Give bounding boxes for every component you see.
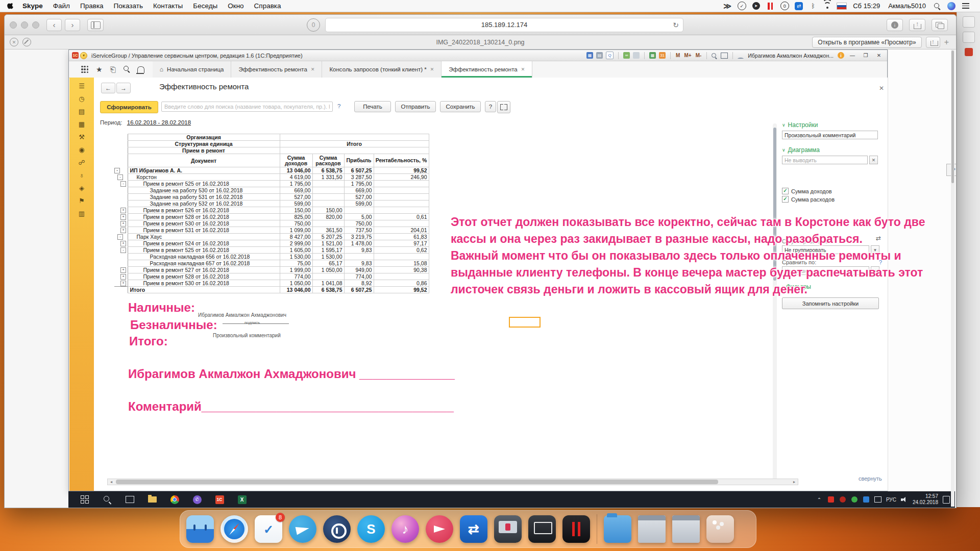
vertical-scrollbar[interactable]: [773, 123, 777, 481]
memory-m-button[interactable]: М: [676, 53, 680, 58]
dock-icon-folder[interactable]: [604, 515, 631, 543]
dock-icon-telegram[interactable]: [289, 515, 316, 543]
global-search-icon[interactable]: [124, 65, 130, 73]
page-scrollbar[interactable]: [951, 49, 954, 507]
viber-icon[interactable]: ✆: [186, 491, 208, 508]
teamviewer-icon[interactable]: ⇄: [794, 2, 804, 11]
section-icon-history[interactable]: ◷: [79, 95, 84, 102]
table-row[interactable]: +Прием в ремонт 530 от 16.02.2018750,007…: [114, 220, 429, 227]
link-icon[interactable]: ∞: [623, 52, 630, 59]
print-preview-icon[interactable]: Q: [606, 52, 614, 59]
dock-icon-tasks[interactable]: 8: [255, 515, 282, 543]
scale-icon[interactable]: [721, 53, 728, 59]
tray-blue-icon[interactable]: [863, 496, 870, 503]
ru-flag-icon[interactable]: [837, 2, 847, 11]
search-help-link[interactable]: ?: [337, 103, 340, 109]
collapse-icon[interactable]: -: [117, 174, 123, 180]
taskbar-clock[interactable]: 12:57 24.02.2018: [913, 493, 938, 506]
table-row[interactable]: Задание на работу 531 от 16.02.2018527,0…: [114, 194, 429, 201]
open-in-preview-button[interactable]: Открыть в программе «Просмотр»: [812, 37, 921, 48]
window-close-button[interactable]: [10, 21, 17, 29]
settings-section-title[interactable]: ∨Настройки: [782, 121, 882, 129]
tray-display-icon[interactable]: [874, 496, 881, 503]
collapse-icon[interactable]: -: [117, 234, 123, 240]
menu-item[interactable]: Файл: [53, 2, 70, 10]
expand-icon[interactable]: +: [120, 208, 126, 213]
expand-icon[interactable]: +: [120, 274, 126, 280]
memory-mplus-button[interactable]: М+: [684, 53, 691, 58]
calculator-icon[interactable]: ▦: [649, 52, 656, 59]
share-icon[interactable]: [909, 19, 925, 31]
print-icon[interactable]: ▤: [596, 52, 603, 59]
menubar-username[interactable]: Акмаль5010: [888, 2, 926, 10]
menu-item[interactable]: Беседы: [193, 2, 217, 10]
section-icon-reports[interactable]: ▥: [79, 210, 85, 217]
expand-icon[interactable]: +: [120, 221, 126, 227]
comment-input[interactable]: [782, 131, 878, 139]
dock-icon-safari[interactable]: [220, 515, 248, 543]
expand-icon[interactable]: +: [120, 228, 126, 233]
spotlight-icon[interactable]: [932, 2, 942, 11]
new-tab-icon[interactable]: +: [944, 38, 949, 47]
onepassword-icon[interactable]: 0: [779, 2, 790, 11]
onec-main-menu-icon[interactable]: ▼: [80, 52, 87, 59]
dock-icon-terminal[interactable]: [562, 515, 590, 543]
info-icon[interactable]: i: [838, 52, 844, 59]
section-icon-web[interactable]: ♁: [79, 172, 84, 179]
table-row[interactable]: -ИП Ибрагимов А. А.13 046,006 538,756 50…: [114, 167, 429, 174]
reload-icon[interactable]: ↻: [673, 21, 679, 29]
table-row[interactable]: +Прием в ремонт 524 от 16.02.20182 999,0…: [114, 240, 429, 247]
remember-settings-button[interactable]: Запомнить настройки: [782, 297, 879, 309]
dock-icon-window-preview-2[interactable]: [672, 515, 700, 543]
clock-check-icon[interactable]: ✓: [737, 2, 747, 11]
table-row[interactable]: Задание на работу 530 от 16.02.2018669,0…: [114, 187, 429, 194]
onec-tab[interactable]: Эффективность ремонта✕: [231, 61, 322, 78]
dock-icon-trash[interactable]: [706, 515, 734, 543]
section-icon-catalog[interactable]: ▦: [79, 121, 85, 128]
save-icon[interactable]: ▦: [586, 52, 593, 59]
language-indicator[interactable]: РУС: [886, 497, 896, 503]
tab-close-icon[interactable]: ✕: [311, 67, 315, 72]
period-value[interactable]: 16.02.2018 - 28.02.2018: [127, 119, 191, 126]
table-row[interactable]: Расходная накладная 657 от 16.02.201875,…: [114, 260, 429, 267]
onec-tab[interactable]: Эффективность ремонта✕: [442, 61, 532, 78]
window-zoom-button[interactable]: [32, 21, 39, 29]
notifications-bell-icon[interactable]: [137, 66, 144, 73]
nav-forward-button[interactable]: →: [116, 83, 131, 93]
menubar-clock[interactable]: Сб 15:29: [853, 2, 880, 10]
close-circle-icon[interactable]: ✕: [10, 38, 18, 46]
send-button[interactable]: Отправить: [395, 101, 436, 112]
table-row[interactable]: Итого13 046,006 538,756 507,2599,52: [114, 287, 429, 293]
nav-back-button[interactable]: ←: [101, 83, 115, 93]
table-row[interactable]: +Прием в ремонт 530 от 16.02.20181 050,0…: [114, 280, 429, 287]
menu-item[interactable]: Правка: [80, 2, 104, 10]
table-row[interactable]: +Прием в ремонт 527 от 16.02.20181 999,0…: [114, 267, 429, 273]
dock-icon-remote-desktop[interactable]: [528, 515, 556, 543]
tray-expand-icon[interactable]: ⌃: [816, 496, 823, 503]
page-share-icon[interactable]: [926, 37, 940, 48]
expand-icon[interactable]: +: [120, 214, 126, 220]
collapse-icon[interactable]: -: [120, 181, 126, 187]
collapse-icon[interactable]: -: [120, 247, 126, 253]
menu-item[interactable]: Окно: [228, 2, 243, 10]
table-row[interactable]: -Прием в ремонт 525 от 16.02.20181 795,0…: [114, 181, 429, 187]
tray-red-icon[interactable]: [827, 496, 835, 503]
save-button[interactable]: Сохранить: [440, 101, 481, 112]
tab-close-icon[interactable]: ✕: [521, 67, 525, 72]
start-button[interactable]: [74, 491, 96, 508]
memory-mminus-button[interactable]: М-: [696, 53, 702, 58]
checkbox-checked-icon[interactable]: ✓: [782, 196, 789, 203]
search-input[interactable]: [161, 102, 333, 112]
checkbox-checked-icon[interactable]: ✓: [782, 188, 789, 194]
onec-minimize-button[interactable]: —: [847, 51, 857, 60]
parallels-icon[interactable]: [765, 2, 775, 11]
menu-item[interactable]: Контакты: [153, 2, 183, 10]
taskbar-search-icon[interactable]: [96, 491, 118, 508]
tab-overview-icon[interactable]: [932, 19, 948, 31]
horizontal-scrollbar[interactable]: ◂▸: [107, 479, 798, 485]
dock-icon-share-red[interactable]: [426, 515, 453, 543]
onec-tab[interactable]: Консоль запросов (тонкий клиент) *✕: [322, 61, 442, 78]
onec-close-button[interactable]: ✕: [874, 51, 884, 60]
downloads-icon[interactable]: ↓: [887, 19, 903, 31]
sections-menu-icon[interactable]: [81, 66, 88, 73]
